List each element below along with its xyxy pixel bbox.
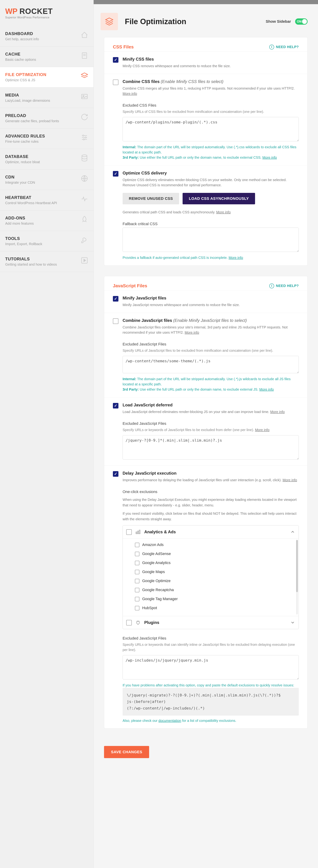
excluded-defer-input[interactable] <box>122 435 299 460</box>
combine-js-checkbox[interactable] <box>113 318 118 324</box>
exclusion-group-analytics[interactable]: Analytics & Ads <box>123 526 298 538</box>
more-info-link[interactable]: More info <box>283 478 297 482</box>
show-sidebar-toggle[interactable]: ON <box>295 19 308 25</box>
more-info-link[interactable]: More info <box>259 388 274 391</box>
more-info-link[interactable]: More info <box>262 156 277 159</box>
more-info-link[interactable]: More info <box>185 331 199 334</box>
svg-marker-3 <box>81 73 88 76</box>
item-checkbox[interactable] <box>135 543 139 547</box>
exclusion-items-list: Amazon AdsGoogle AdSenseGoogle Analytics… <box>123 538 298 616</box>
nav-tools[interactable]: TOOLSImport, Export, Rollback <box>0 231 94 251</box>
excluded-js-input[interactable] <box>122 356 299 373</box>
scrollbar[interactable] <box>296 540 298 615</box>
tools-icon <box>81 236 88 244</box>
nav-heartbeat[interactable]: HEARTBEATControl WordPress Heartbeat API <box>0 190 94 210</box>
logo: WP ROCKET Superior WordPress Performance <box>0 7 94 26</box>
exclusion-item[interactable]: Google Tag Manager <box>135 594 295 603</box>
layers-icon <box>81 72 88 80</box>
home-icon <box>81 31 88 39</box>
save-changes-button[interactable]: SAVE CHANGES <box>104 746 149 758</box>
item-checkbox[interactable] <box>135 552 139 556</box>
image-icon <box>81 93 88 100</box>
svg-point-5 <box>83 95 84 96</box>
exclusion-item[interactable]: Google AdSense <box>135 549 295 558</box>
svg-point-11 <box>83 139 84 140</box>
exclusion-item[interactable]: Google Maps <box>135 567 295 576</box>
combine-css-checkbox[interactable] <box>113 80 118 85</box>
item-checkbox[interactable] <box>135 588 139 592</box>
nav-addons[interactable]: ADD-ONSAdd more features <box>0 210 94 231</box>
css-files-section: CSS Files iNEED HELP? Minify CSS files M… <box>104 37 308 266</box>
more-info-link[interactable]: More info <box>122 92 137 95</box>
need-help-link[interactable]: iNEED HELP? <box>269 44 299 50</box>
svg-rect-17 <box>136 532 137 534</box>
js-files-title: JavaScript Files <box>113 283 147 288</box>
group-checkbox[interactable] <box>126 529 132 535</box>
file-icon <box>81 52 88 59</box>
exclusion-group-plugins[interactable]: Plugins <box>123 616 298 629</box>
item-checkbox[interactable] <box>135 561 139 565</box>
svg-point-12 <box>82 155 87 157</box>
js-files-section: JavaScript Files iNEED HELP? Minify Java… <box>104 276 308 728</box>
item-checkbox[interactable] <box>135 597 139 601</box>
nav-cdn[interactable]: CDNIntegrate your CDN <box>0 169 94 190</box>
item-checkbox[interactable] <box>135 570 139 574</box>
analytics-icon <box>135 529 141 535</box>
nav-preload[interactable]: PRELOADGenerate cache files, preload fon… <box>0 108 94 128</box>
svg-marker-16 <box>106 18 113 22</box>
database-icon <box>81 154 88 162</box>
globe-icon <box>81 175 88 182</box>
rocket-icon <box>81 216 88 223</box>
nav-tutorials[interactable]: TUTORIALSGetting started and how to vide… <box>0 251 94 272</box>
documentation-link[interactable]: documentation <box>158 719 181 722</box>
delay-js-checkbox[interactable] <box>113 471 118 477</box>
refresh-icon <box>81 113 88 121</box>
show-sidebar-label: Show Sidebar <box>266 19 291 24</box>
play-icon <box>81 256 88 264</box>
page-icon <box>101 13 118 30</box>
admin-topbar <box>94 0 318 4</box>
item-checkbox[interactable] <box>135 606 139 610</box>
fallback-css-input[interactable] <box>122 227 299 252</box>
svg-rect-19 <box>139 530 140 534</box>
nav-dashboard[interactable]: DASHBOARDGet help, account info <box>0 26 94 46</box>
more-info-link[interactable]: More info <box>270 410 285 414</box>
more-info-link[interactable]: More info <box>216 210 231 214</box>
exclusion-item[interactable]: HubSpot <box>135 603 295 613</box>
svg-point-10 <box>85 137 86 138</box>
svg-rect-18 <box>138 531 138 534</box>
minify-css-checkbox[interactable] <box>113 57 118 63</box>
css-files-title: CSS Files <box>113 44 134 50</box>
load-js-deferred-checkbox[interactable] <box>113 403 118 408</box>
exclusion-item[interactable]: Amazon Ads <box>135 540 295 549</box>
page-title: File Optimization <box>125 17 266 26</box>
exclusion-item[interactable]: Google Recaptcha <box>135 585 295 594</box>
group-checkbox[interactable] <box>126 620 132 625</box>
svg-point-9 <box>82 135 84 136</box>
nav-file-optimization[interactable]: FILE OPTIMIZATIONOptimize CSS & JS <box>0 67 94 88</box>
more-info-link[interactable]: More info <box>228 256 243 259</box>
exclusion-item[interactable]: Google Analytics <box>135 558 295 567</box>
nav-cache[interactable]: CACHEBasic cache options <box>0 46 94 67</box>
excluded-delay-input[interactable] <box>122 655 299 679</box>
more-info-link[interactable]: More info <box>255 428 270 432</box>
remove-unused-css-button[interactable]: REMOVE UNUSED CSS <box>122 193 179 204</box>
need-help-link[interactable]: iNEED HELP? <box>269 283 299 288</box>
nav-database[interactable]: DATABASEOptimize, reduce bloat <box>0 149 94 169</box>
svg-marker-15 <box>84 259 86 262</box>
excluded-css-input[interactable] <box>122 117 299 141</box>
nav-advanced-rules[interactable]: ADVANCED RULESFine-tune cache rules <box>0 128 94 149</box>
nav-media[interactable]: MEDIALazyLoad, image dimensions <box>0 88 94 108</box>
item-checkbox[interactable] <box>135 579 139 583</box>
default-exclusions-code: \/jquery(-migrate)?-?([0-9.]+)?(.min|.sl… <box>122 688 299 716</box>
optimize-css-delivery-checkbox[interactable] <box>113 171 118 177</box>
chevron-down-icon <box>290 620 295 625</box>
heartbeat-icon <box>81 195 88 203</box>
load-css-async-button[interactable]: LOAD CSS ASYNCHRONOUSLY <box>183 193 255 204</box>
chevron-up-icon <box>290 529 295 534</box>
sliders-icon <box>81 134 88 141</box>
sidebar: WP ROCKET Superior WordPress Performance… <box>0 0 94 868</box>
exclusion-item[interactable]: Google Optimize <box>135 576 295 585</box>
minify-js-checkbox[interactable] <box>113 296 118 302</box>
plug-icon <box>135 620 141 625</box>
